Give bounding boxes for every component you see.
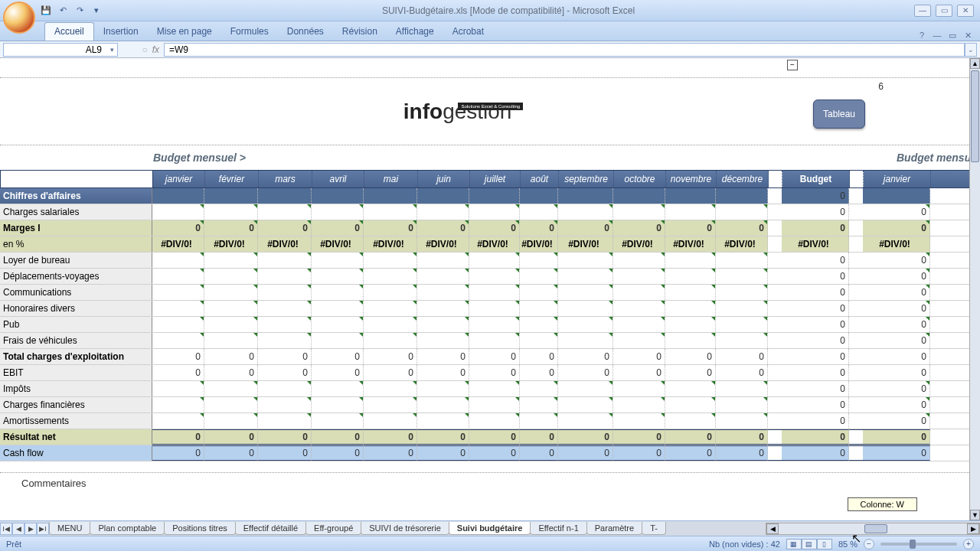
cell[interactable]: 0 [152, 349, 204, 364]
cell[interactable] [204, 413, 258, 429]
cell[interactable] [558, 285, 613, 300]
cell[interactable] [152, 204, 204, 220]
budget-cell[interactable]: 0 [782, 253, 849, 268]
cell[interactable] [520, 301, 558, 316]
cell[interactable] [716, 381, 768, 396]
office-button[interactable] [3, 2, 35, 34]
zoom-out-button[interactable]: − [864, 539, 874, 549]
sheet-tab[interactable]: MENU [49, 522, 90, 535]
right-cell[interactable]: 0 [863, 397, 930, 412]
cell[interactable] [152, 253, 204, 268]
right-cell[interactable]: 0 [863, 269, 930, 284]
budget-cell[interactable]: 0 [782, 413, 849, 429]
view-layout-icon[interactable]: ▤ [802, 539, 817, 549]
cell[interactable] [520, 413, 558, 429]
cell[interactable] [558, 269, 613, 284]
cell[interactable] [469, 269, 520, 284]
cell[interactable]: 0 [520, 220, 558, 236]
cell[interactable]: #DIV/0! [613, 236, 665, 252]
cell[interactable] [258, 253, 312, 268]
cell[interactable]: 0 [204, 365, 258, 380]
cell[interactable] [204, 204, 258, 220]
view-normal-icon[interactable]: ▦ [786, 539, 802, 549]
cell[interactable] [613, 413, 665, 429]
cell[interactable]: #DIV/0! [558, 236, 613, 252]
hscroll-right-icon[interactable]: ▶ [967, 523, 979, 534]
budget-cell[interactable]: #DIV/0! [782, 236, 849, 252]
budget-cell[interactable]: 0 [782, 301, 849, 316]
budget-cell[interactable]: 0 [782, 220, 849, 236]
cell[interactable]: 0 [613, 445, 665, 461]
redo-icon[interactable]: ↷ [74, 5, 86, 17]
cell[interactable]: 0 [312, 429, 364, 445]
cell[interactable] [613, 204, 665, 220]
cell[interactable]: 0 [152, 365, 204, 380]
cell[interactable]: 0 [558, 445, 613, 461]
cell[interactable]: 0 [469, 429, 520, 445]
cell[interactable]: #DIV/0! [204, 236, 258, 252]
budget-cell[interactable]: 0 [782, 349, 849, 364]
cell[interactable]: 0 [364, 220, 417, 236]
cell[interactable]: 0 [364, 349, 417, 364]
help-icon[interactable]: ? [916, 30, 928, 41]
cell[interactable] [613, 397, 665, 412]
cell[interactable] [152, 413, 204, 429]
cell[interactable] [312, 269, 364, 284]
cell[interactable]: 0 [613, 365, 665, 380]
sheet-tab[interactable]: Paramètre [586, 522, 642, 535]
cell[interactable]: 0 [665, 220, 716, 236]
cell[interactable] [469, 188, 520, 204]
cell[interactable]: 0 [417, 365, 469, 380]
cell[interactable]: #DIV/0! [469, 236, 520, 252]
view-break-icon[interactable]: ▯ [817, 539, 832, 549]
cell[interactable] [520, 269, 558, 284]
zoom-in-button[interactable]: + [963, 539, 974, 549]
cell[interactable] [613, 253, 665, 268]
cell[interactable]: 0 [469, 349, 520, 364]
cell[interactable]: 0 [417, 429, 469, 445]
cell[interactable]: 0 [258, 220, 312, 236]
cell[interactable]: 0 [364, 429, 417, 445]
cell[interactable] [716, 413, 768, 429]
right-cell[interactable] [863, 188, 930, 204]
cell[interactable] [665, 269, 716, 284]
cell[interactable]: 0 [469, 445, 520, 461]
cell[interactable]: 0 [312, 365, 364, 380]
sheet-tab[interactable]: Positions titres [164, 522, 236, 535]
cell[interactable] [520, 188, 558, 204]
right-cell[interactable]: 0 [863, 253, 930, 268]
cell[interactable] [558, 413, 613, 429]
sheet-tab[interactable]: Effectif détaillé [235, 522, 306, 535]
cell[interactable] [558, 397, 613, 412]
cell[interactable] [258, 317, 312, 332]
cell[interactable]: 0 [520, 365, 558, 380]
zoom-slider[interactable] [880, 543, 957, 546]
cell[interactable] [417, 413, 469, 429]
sheet-tab[interactable]: Suivi budgétaire [449, 522, 531, 535]
vscroll-thumb[interactable] [971, 70, 979, 162]
right-cell[interactable]: 0 [863, 365, 930, 380]
cell[interactable] [520, 253, 558, 268]
budget-cell[interactable]: 0 [782, 397, 849, 412]
cell[interactable] [364, 301, 417, 316]
cell[interactable] [665, 317, 716, 332]
cell[interactable] [258, 333, 312, 348]
cell[interactable]: 0 [204, 445, 258, 461]
cell[interactable] [469, 204, 520, 220]
right-cell[interactable]: 0 [863, 381, 930, 396]
cell[interactable] [258, 204, 312, 220]
cell[interactable] [258, 413, 312, 429]
cell[interactable] [312, 333, 364, 348]
cell[interactable] [204, 381, 258, 396]
cell[interactable] [558, 188, 613, 204]
cell[interactable] [665, 253, 716, 268]
cell[interactable] [469, 333, 520, 348]
ribbon-tab-mise-en-page[interactable]: Mise en page [148, 23, 221, 41]
cell[interactable]: 0 [613, 349, 665, 364]
right-cell[interactable]: #DIV/0! [863, 236, 930, 252]
cell[interactable] [665, 301, 716, 316]
sheet-first-icon[interactable]: I◀ [0, 523, 12, 535]
cell[interactable]: 0 [312, 349, 364, 364]
right-cell[interactable]: 0 [863, 204, 930, 220]
cell[interactable]: 0 [613, 220, 665, 236]
